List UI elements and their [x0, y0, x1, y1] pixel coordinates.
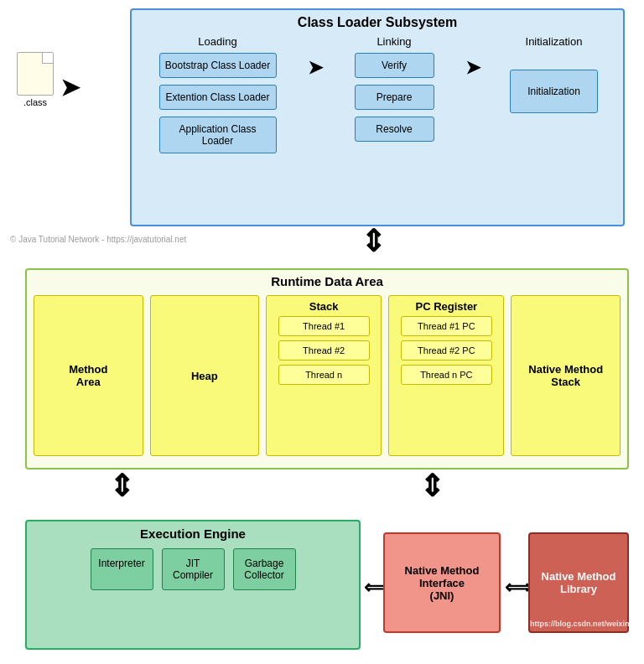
pc-register-col: PC Register Thread #1 PC Thread #2 PC Th…	[388, 295, 504, 456]
class-file-shape	[17, 52, 54, 96]
thread1-box: Thread #1	[278, 316, 370, 336]
init-column: Initialization Initialization	[506, 35, 602, 120]
extention-loader: Extention Class Loader	[159, 85, 277, 110]
threadN-box: Thread n	[278, 365, 370, 385]
linking-column: Linking Verify Prepare Resolve	[348, 35, 440, 148]
prepare-box: Prepare	[355, 85, 434, 110]
garbage-collector-box: Garbage Collector	[233, 548, 296, 590]
thread2-box: Thread #2	[278, 340, 370, 361]
init-label: Initialization	[526, 35, 583, 48]
app-loader: Application Class Loader	[159, 117, 277, 153]
cls-title: Class Loader Subsystem	[132, 10, 623, 32]
threadN-pc-box: Thread n PC	[401, 365, 492, 385]
ee-title: Execution Engine	[27, 521, 359, 544]
resolve-box: Resolve	[355, 117, 434, 142]
class-file-label: .class	[23, 97, 47, 107]
class-loader-subsystem: Class Loader Subsystem Loading Bootstrap…	[130, 8, 625, 226]
verify-box: Verify	[355, 53, 434, 78]
arrow-class-to-cls: ➤	[60, 74, 80, 101]
arrow-linking-init: ➤	[465, 35, 480, 79]
arrow-rda-to-nmi: ⇕	[419, 471, 444, 501]
rda-title: Runtime Data Area	[27, 270, 627, 290]
nmi-box: Native Method Interface (JNI)	[383, 532, 501, 633]
jit-compiler-box: JIT Compiler	[162, 548, 225, 590]
nml-box: Native Method Library https://blog.csdn.…	[528, 532, 629, 633]
interpreter-box: Interpreter	[91, 548, 153, 590]
thread2-pc-box: Thread #2 PC	[401, 340, 492, 361]
bootstrap-loader: Bootstrap Class Loader	[159, 53, 277, 78]
loading-column: Loading Bootstrap Class Loader Extention…	[153, 35, 283, 160]
linking-label: Linking	[377, 35, 411, 48]
stack-label: Stack	[309, 300, 339, 313]
stack-col: Stack Thread #1 Thread #2 Thread n	[266, 295, 382, 456]
runtime-data-area: Runtime Data Area Method Area Heap Stack…	[25, 268, 629, 469]
diagram-wrapper: .class ➤ Class Loader Subsystem Loading …	[0, 0, 644, 664]
arrow-rda-to-ee: ⇕	[109, 471, 134, 501]
url-watermark: https://blog.csdn.net/weixin_45791318	[530, 620, 627, 628]
loading-label: Loading	[198, 35, 236, 48]
arrow-loading-linking: ➤	[308, 35, 323, 79]
execution-engine: Execution Engine Interpreter JIT Compile…	[25, 520, 361, 650]
method-area-box: Method Area	[34, 295, 143, 456]
thread1-pc-box: Thread #1 PC	[401, 316, 492, 336]
native-method-stack-box: Native Method Stack	[511, 295, 621, 456]
arrow-cls-to-rda: ⇕	[361, 226, 386, 257]
initialization-box: Initialization	[510, 70, 598, 113]
watermark-text: © Java Tutorial Network - https://javatu…	[10, 235, 186, 244]
heap-box: Heap	[150, 295, 260, 456]
pc-register-label: PC Register	[415, 300, 477, 313]
class-file-icon-area: .class	[10, 50, 60, 109]
